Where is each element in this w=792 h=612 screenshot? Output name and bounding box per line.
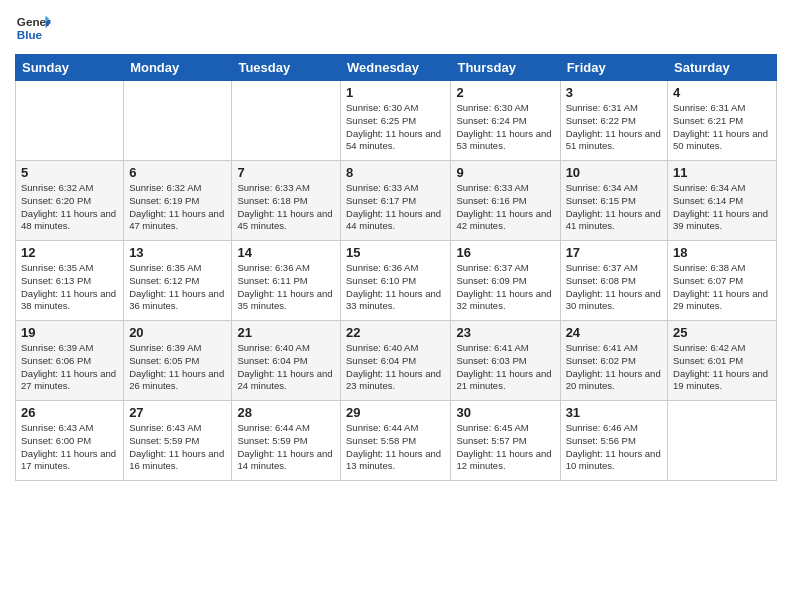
calendar-header-saturday: Saturday bbox=[668, 55, 777, 81]
day-info: Sunrise: 6:41 AM Sunset: 6:03 PM Dayligh… bbox=[456, 342, 554, 393]
calendar-header-monday: Monday bbox=[124, 55, 232, 81]
day-info: Sunrise: 6:41 AM Sunset: 6:02 PM Dayligh… bbox=[566, 342, 662, 393]
calendar-table: SundayMondayTuesdayWednesdayThursdayFrid… bbox=[15, 54, 777, 481]
calendar-cell: 19Sunrise: 6:39 AM Sunset: 6:06 PM Dayli… bbox=[16, 321, 124, 401]
day-number: 6 bbox=[129, 165, 226, 180]
calendar-header-sunday: Sunday bbox=[16, 55, 124, 81]
day-info: Sunrise: 6:36 AM Sunset: 6:11 PM Dayligh… bbox=[237, 262, 335, 313]
calendar-week-1: 1Sunrise: 6:30 AM Sunset: 6:25 PM Daylig… bbox=[16, 81, 777, 161]
day-info: Sunrise: 6:30 AM Sunset: 6:25 PM Dayligh… bbox=[346, 102, 445, 153]
calendar-cell: 4Sunrise: 6:31 AM Sunset: 6:21 PM Daylig… bbox=[668, 81, 777, 161]
calendar-cell: 31Sunrise: 6:46 AM Sunset: 5:56 PM Dayli… bbox=[560, 401, 667, 481]
calendar-cell: 29Sunrise: 6:44 AM Sunset: 5:58 PM Dayli… bbox=[341, 401, 451, 481]
day-number: 13 bbox=[129, 245, 226, 260]
day-number: 23 bbox=[456, 325, 554, 340]
calendar-cell: 9Sunrise: 6:33 AM Sunset: 6:16 PM Daylig… bbox=[451, 161, 560, 241]
calendar-cell: 11Sunrise: 6:34 AM Sunset: 6:14 PM Dayli… bbox=[668, 161, 777, 241]
calendar-week-4: 19Sunrise: 6:39 AM Sunset: 6:06 PM Dayli… bbox=[16, 321, 777, 401]
calendar-cell bbox=[124, 81, 232, 161]
calendar-cell: 2Sunrise: 6:30 AM Sunset: 6:24 PM Daylig… bbox=[451, 81, 560, 161]
day-info: Sunrise: 6:31 AM Sunset: 6:22 PM Dayligh… bbox=[566, 102, 662, 153]
calendar-cell: 3Sunrise: 6:31 AM Sunset: 6:22 PM Daylig… bbox=[560, 81, 667, 161]
calendar-week-2: 5Sunrise: 6:32 AM Sunset: 6:20 PM Daylig… bbox=[16, 161, 777, 241]
day-info: Sunrise: 6:32 AM Sunset: 6:20 PM Dayligh… bbox=[21, 182, 118, 233]
day-number: 27 bbox=[129, 405, 226, 420]
day-number: 2 bbox=[456, 85, 554, 100]
day-info: Sunrise: 6:34 AM Sunset: 6:14 PM Dayligh… bbox=[673, 182, 771, 233]
day-info: Sunrise: 6:33 AM Sunset: 6:16 PM Dayligh… bbox=[456, 182, 554, 233]
day-info: Sunrise: 6:43 AM Sunset: 5:59 PM Dayligh… bbox=[129, 422, 226, 473]
day-number: 11 bbox=[673, 165, 771, 180]
day-info: Sunrise: 6:32 AM Sunset: 6:19 PM Dayligh… bbox=[129, 182, 226, 233]
day-number: 21 bbox=[237, 325, 335, 340]
calendar-cell: 10Sunrise: 6:34 AM Sunset: 6:15 PM Dayli… bbox=[560, 161, 667, 241]
calendar-cell: 7Sunrise: 6:33 AM Sunset: 6:18 PM Daylig… bbox=[232, 161, 341, 241]
day-number: 5 bbox=[21, 165, 118, 180]
page: General Blue SundayMondayTuesdayWednesda… bbox=[0, 0, 792, 612]
calendar-week-3: 12Sunrise: 6:35 AM Sunset: 6:13 PM Dayli… bbox=[16, 241, 777, 321]
calendar-cell: 21Sunrise: 6:40 AM Sunset: 6:04 PM Dayli… bbox=[232, 321, 341, 401]
day-number: 29 bbox=[346, 405, 445, 420]
calendar-cell: 26Sunrise: 6:43 AM Sunset: 6:00 PM Dayli… bbox=[16, 401, 124, 481]
calendar-cell: 12Sunrise: 6:35 AM Sunset: 6:13 PM Dayli… bbox=[16, 241, 124, 321]
day-info: Sunrise: 6:36 AM Sunset: 6:10 PM Dayligh… bbox=[346, 262, 445, 313]
day-info: Sunrise: 6:34 AM Sunset: 6:15 PM Dayligh… bbox=[566, 182, 662, 233]
day-number: 7 bbox=[237, 165, 335, 180]
day-info: Sunrise: 6:35 AM Sunset: 6:13 PM Dayligh… bbox=[21, 262, 118, 313]
day-info: Sunrise: 6:33 AM Sunset: 6:17 PM Dayligh… bbox=[346, 182, 445, 233]
calendar-cell: 5Sunrise: 6:32 AM Sunset: 6:20 PM Daylig… bbox=[16, 161, 124, 241]
calendar-cell: 1Sunrise: 6:30 AM Sunset: 6:25 PM Daylig… bbox=[341, 81, 451, 161]
calendar-cell: 30Sunrise: 6:45 AM Sunset: 5:57 PM Dayli… bbox=[451, 401, 560, 481]
day-info: Sunrise: 6:35 AM Sunset: 6:12 PM Dayligh… bbox=[129, 262, 226, 313]
day-number: 17 bbox=[566, 245, 662, 260]
day-info: Sunrise: 6:45 AM Sunset: 5:57 PM Dayligh… bbox=[456, 422, 554, 473]
calendar-cell: 8Sunrise: 6:33 AM Sunset: 6:17 PM Daylig… bbox=[341, 161, 451, 241]
day-number: 4 bbox=[673, 85, 771, 100]
calendar-cell bbox=[16, 81, 124, 161]
day-number: 31 bbox=[566, 405, 662, 420]
calendar-cell: 25Sunrise: 6:42 AM Sunset: 6:01 PM Dayli… bbox=[668, 321, 777, 401]
day-number: 20 bbox=[129, 325, 226, 340]
calendar-cell: 6Sunrise: 6:32 AM Sunset: 6:19 PM Daylig… bbox=[124, 161, 232, 241]
calendar-cell: 20Sunrise: 6:39 AM Sunset: 6:05 PM Dayli… bbox=[124, 321, 232, 401]
calendar-header-friday: Friday bbox=[560, 55, 667, 81]
calendar-header-wednesday: Wednesday bbox=[341, 55, 451, 81]
day-number: 9 bbox=[456, 165, 554, 180]
calendar-cell: 16Sunrise: 6:37 AM Sunset: 6:09 PM Dayli… bbox=[451, 241, 560, 321]
calendar-cell: 17Sunrise: 6:37 AM Sunset: 6:08 PM Dayli… bbox=[560, 241, 667, 321]
day-info: Sunrise: 6:44 AM Sunset: 5:59 PM Dayligh… bbox=[237, 422, 335, 473]
calendar-cell: 13Sunrise: 6:35 AM Sunset: 6:12 PM Dayli… bbox=[124, 241, 232, 321]
day-info: Sunrise: 6:42 AM Sunset: 6:01 PM Dayligh… bbox=[673, 342, 771, 393]
day-info: Sunrise: 6:44 AM Sunset: 5:58 PM Dayligh… bbox=[346, 422, 445, 473]
day-number: 1 bbox=[346, 85, 445, 100]
calendar-week-5: 26Sunrise: 6:43 AM Sunset: 6:00 PM Dayli… bbox=[16, 401, 777, 481]
day-number: 30 bbox=[456, 405, 554, 420]
day-number: 12 bbox=[21, 245, 118, 260]
calendar-header-row: SundayMondayTuesdayWednesdayThursdayFrid… bbox=[16, 55, 777, 81]
day-info: Sunrise: 6:40 AM Sunset: 6:04 PM Dayligh… bbox=[346, 342, 445, 393]
calendar-header-thursday: Thursday bbox=[451, 55, 560, 81]
svg-text:Blue: Blue bbox=[17, 28, 43, 41]
day-number: 14 bbox=[237, 245, 335, 260]
day-number: 8 bbox=[346, 165, 445, 180]
day-info: Sunrise: 6:31 AM Sunset: 6:21 PM Dayligh… bbox=[673, 102, 771, 153]
day-info: Sunrise: 6:43 AM Sunset: 6:00 PM Dayligh… bbox=[21, 422, 118, 473]
day-info: Sunrise: 6:37 AM Sunset: 6:08 PM Dayligh… bbox=[566, 262, 662, 313]
calendar-header-tuesday: Tuesday bbox=[232, 55, 341, 81]
day-number: 16 bbox=[456, 245, 554, 260]
calendar-cell bbox=[668, 401, 777, 481]
day-info: Sunrise: 6:46 AM Sunset: 5:56 PM Dayligh… bbox=[566, 422, 662, 473]
day-info: Sunrise: 6:30 AM Sunset: 6:24 PM Dayligh… bbox=[456, 102, 554, 153]
day-info: Sunrise: 6:40 AM Sunset: 6:04 PM Dayligh… bbox=[237, 342, 335, 393]
header: General Blue bbox=[15, 10, 777, 46]
logo: General Blue bbox=[15, 10, 55, 46]
day-info: Sunrise: 6:33 AM Sunset: 6:18 PM Dayligh… bbox=[237, 182, 335, 233]
calendar-cell: 15Sunrise: 6:36 AM Sunset: 6:10 PM Dayli… bbox=[341, 241, 451, 321]
day-info: Sunrise: 6:39 AM Sunset: 6:06 PM Dayligh… bbox=[21, 342, 118, 393]
day-number: 10 bbox=[566, 165, 662, 180]
day-number: 3 bbox=[566, 85, 662, 100]
day-info: Sunrise: 6:39 AM Sunset: 6:05 PM Dayligh… bbox=[129, 342, 226, 393]
day-number: 22 bbox=[346, 325, 445, 340]
day-number: 24 bbox=[566, 325, 662, 340]
day-number: 25 bbox=[673, 325, 771, 340]
